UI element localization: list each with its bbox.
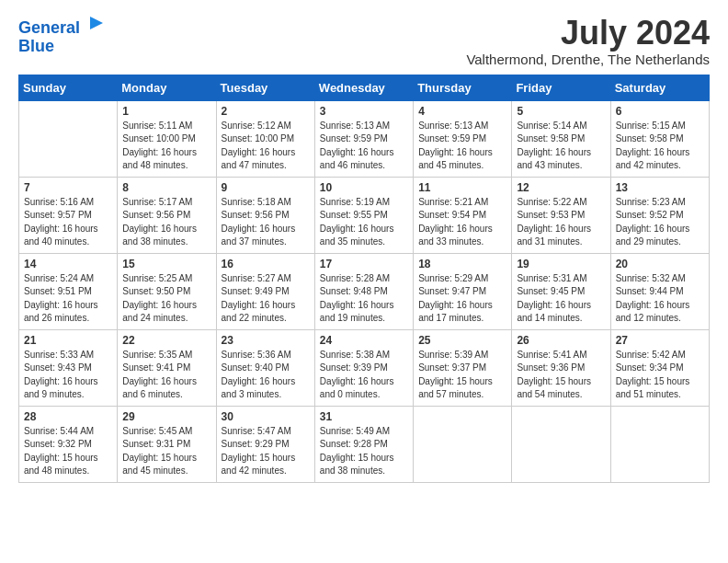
svg-marker-0	[90, 17, 103, 29]
page: General Blue July 2024 Valthermond, Dren…	[0, 0, 728, 498]
day-cell: 14Sunrise: 5:24 AM Sunset: 9:51 PM Dayli…	[19, 253, 118, 329]
day-cell: 16Sunrise: 5:27 AM Sunset: 9:49 PM Dayli…	[216, 253, 314, 329]
day-cell: 12Sunrise: 5:22 AM Sunset: 9:53 PM Dayli…	[512, 177, 610, 253]
day-cell: 15Sunrise: 5:25 AM Sunset: 9:50 PM Dayli…	[118, 253, 216, 329]
day-number: 23	[222, 334, 310, 347]
day-cell: 8Sunrise: 5:17 AM Sunset: 9:56 PM Daylig…	[118, 177, 216, 253]
day-cell: 22Sunrise: 5:35 AM Sunset: 9:41 PM Dayli…	[118, 329, 216, 406]
day-number: 9	[222, 181, 310, 194]
weekday-header-sunday: Sunday	[19, 75, 118, 100]
day-cell: 18Sunrise: 5:29 AM Sunset: 9:47 PM Dayli…	[414, 253, 512, 329]
day-number: 11	[418, 181, 506, 194]
day-info: Sunrise: 5:16 AM Sunset: 9:57 PM Dayligh…	[24, 196, 112, 249]
day-number: 27	[616, 334, 704, 347]
day-cell: 1Sunrise: 5:11 AM Sunset: 10:00 PM Dayli…	[118, 100, 216, 177]
weekday-header-saturday: Saturday	[610, 75, 709, 100]
day-info: Sunrise: 5:14 AM Sunset: 9:58 PM Dayligh…	[517, 120, 605, 173]
day-cell	[19, 100, 118, 177]
day-info: Sunrise: 5:49 AM Sunset: 9:28 PM Dayligh…	[320, 425, 408, 478]
day-number: 20	[616, 258, 704, 270]
day-cell	[512, 406, 610, 482]
day-number: 15	[122, 258, 210, 270]
day-cell: 9Sunrise: 5:18 AM Sunset: 9:56 PM Daylig…	[216, 177, 314, 253]
day-number: 5	[517, 105, 605, 118]
logo: General Blue	[18, 15, 107, 56]
day-cell: 20Sunrise: 5:32 AM Sunset: 9:44 PM Dayli…	[610, 253, 709, 329]
day-info: Sunrise: 5:31 AM Sunset: 9:45 PM Dayligh…	[517, 272, 605, 326]
day-number: 3	[320, 105, 408, 118]
day-info: Sunrise: 5:18 AM Sunset: 9:56 PM Dayligh…	[222, 196, 310, 249]
header: General Blue July 2024 Valthermond, Dren…	[18, 15, 710, 67]
day-info: Sunrise: 5:29 AM Sunset: 9:47 PM Dayligh…	[418, 272, 506, 326]
weekday-header-tuesday: Tuesday	[216, 75, 314, 100]
day-cell: 23Sunrise: 5:36 AM Sunset: 9:40 PM Dayli…	[216, 329, 314, 406]
day-cell: 24Sunrise: 5:38 AM Sunset: 9:39 PM Dayli…	[314, 329, 413, 406]
day-info: Sunrise: 5:28 AM Sunset: 9:48 PM Dayligh…	[320, 272, 408, 326]
day-info: Sunrise: 5:42 AM Sunset: 9:34 PM Dayligh…	[616, 349, 704, 402]
day-cell	[414, 406, 512, 482]
day-info: Sunrise: 5:19 AM Sunset: 9:55 PM Dayligh…	[320, 196, 408, 249]
day-info: Sunrise: 5:39 AM Sunset: 9:37 PM Dayligh…	[418, 349, 506, 402]
day-cell: 3Sunrise: 5:13 AM Sunset: 9:59 PM Daylig…	[314, 100, 413, 177]
day-cell: 4Sunrise: 5:13 AM Sunset: 9:59 PM Daylig…	[414, 100, 512, 177]
title-block: July 2024 Valthermond, Drenthe, The Neth…	[466, 15, 710, 67]
day-info: Sunrise: 5:13 AM Sunset: 9:59 PM Dayligh…	[418, 120, 506, 173]
day-number: 14	[24, 258, 112, 270]
day-number: 12	[517, 181, 605, 194]
day-cell: 5Sunrise: 5:14 AM Sunset: 9:58 PM Daylig…	[512, 100, 610, 177]
week-row-1: 1Sunrise: 5:11 AM Sunset: 10:00 PM Dayli…	[19, 100, 710, 177]
location: Valthermond, Drenthe, The Netherlands	[466, 52, 710, 67]
week-row-3: 14Sunrise: 5:24 AM Sunset: 9:51 PM Dayli…	[19, 253, 710, 329]
day-info: Sunrise: 5:33 AM Sunset: 9:43 PM Dayligh…	[24, 349, 112, 402]
day-number: 30	[222, 410, 310, 423]
day-number: 17	[320, 258, 408, 270]
day-number: 25	[418, 334, 506, 347]
day-info: Sunrise: 5:17 AM Sunset: 9:56 PM Dayligh…	[122, 196, 210, 249]
day-cell: 10Sunrise: 5:19 AM Sunset: 9:55 PM Dayli…	[314, 177, 413, 253]
day-info: Sunrise: 5:27 AM Sunset: 9:49 PM Dayligh…	[222, 272, 310, 326]
logo-text: General	[18, 15, 107, 38]
day-info: Sunrise: 5:15 AM Sunset: 9:58 PM Dayligh…	[616, 120, 704, 173]
week-row-4: 21Sunrise: 5:33 AM Sunset: 9:43 PM Dayli…	[19, 329, 710, 406]
day-number: 8	[122, 181, 210, 194]
day-number: 22	[122, 334, 210, 347]
day-number: 6	[616, 105, 704, 118]
day-number: 21	[24, 334, 112, 347]
logo-general: General	[18, 18, 80, 37]
day-number: 19	[517, 258, 605, 270]
day-number: 10	[320, 181, 408, 194]
day-info: Sunrise: 5:23 AM Sunset: 9:52 PM Dayligh…	[616, 196, 704, 249]
day-info: Sunrise: 5:41 AM Sunset: 9:36 PM Dayligh…	[517, 349, 605, 402]
day-info: Sunrise: 5:35 AM Sunset: 9:41 PM Dayligh…	[122, 349, 210, 402]
day-info: Sunrise: 5:45 AM Sunset: 9:31 PM Dayligh…	[122, 425, 210, 478]
day-cell: 26Sunrise: 5:41 AM Sunset: 9:36 PM Dayli…	[512, 329, 610, 406]
day-number: 31	[320, 410, 408, 423]
day-cell: 19Sunrise: 5:31 AM Sunset: 9:45 PM Dayli…	[512, 253, 610, 329]
day-info: Sunrise: 5:38 AM Sunset: 9:39 PM Dayligh…	[320, 349, 408, 402]
day-cell: 7Sunrise: 5:16 AM Sunset: 9:57 PM Daylig…	[19, 177, 118, 253]
day-number: 26	[517, 334, 605, 347]
day-cell: 29Sunrise: 5:45 AM Sunset: 9:31 PM Dayli…	[118, 406, 216, 482]
day-info: Sunrise: 5:21 AM Sunset: 9:54 PM Dayligh…	[418, 196, 506, 249]
day-info: Sunrise: 5:36 AM Sunset: 9:40 PM Dayligh…	[222, 349, 310, 402]
day-info: Sunrise: 5:24 AM Sunset: 9:51 PM Dayligh…	[24, 272, 112, 326]
day-number: 28	[24, 410, 112, 423]
calendar-table: SundayMondayTuesdayWednesdayThursdayFrid…	[18, 75, 710, 483]
day-number: 16	[222, 258, 310, 270]
day-number: 7	[24, 181, 112, 194]
weekday-header-row: SundayMondayTuesdayWednesdayThursdayFrid…	[19, 75, 710, 100]
day-cell: 2Sunrise: 5:12 AM Sunset: 10:00 PM Dayli…	[216, 100, 314, 177]
day-cell: 30Sunrise: 5:47 AM Sunset: 9:29 PM Dayli…	[216, 406, 314, 482]
day-cell	[610, 406, 709, 482]
day-info: Sunrise: 5:13 AM Sunset: 9:59 PM Dayligh…	[320, 120, 408, 173]
day-cell: 21Sunrise: 5:33 AM Sunset: 9:43 PM Dayli…	[19, 329, 118, 406]
week-row-5: 28Sunrise: 5:44 AM Sunset: 9:32 PM Dayli…	[19, 406, 710, 482]
weekday-header-thursday: Thursday	[414, 75, 512, 100]
day-number: 29	[122, 410, 210, 423]
day-cell: 6Sunrise: 5:15 AM Sunset: 9:58 PM Daylig…	[610, 100, 709, 177]
day-number: 24	[320, 334, 408, 347]
day-cell: 25Sunrise: 5:39 AM Sunset: 9:37 PM Dayli…	[414, 329, 512, 406]
day-number: 18	[418, 258, 506, 270]
day-info: Sunrise: 5:32 AM Sunset: 9:44 PM Dayligh…	[616, 272, 704, 326]
day-cell: 31Sunrise: 5:49 AM Sunset: 9:28 PM Dayli…	[314, 406, 413, 482]
